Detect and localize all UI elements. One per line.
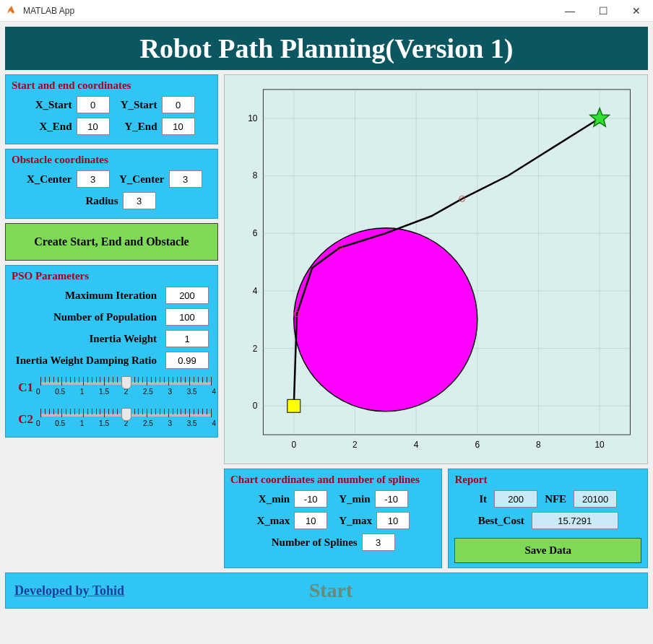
ymax-label: Y_max: [339, 515, 372, 527]
pso-title: PSO Parameters: [12, 270, 212, 282]
start-end-title: Start and end coordinates: [12, 79, 212, 92]
banner-title: Robot Path Planning(Version 1): [11, 32, 642, 64]
chart-coords-title: Chart coordinates and number of splines: [230, 474, 436, 486]
ycenter-input[interactable]: [169, 170, 202, 188]
xcenter-label: X_Center: [22, 173, 72, 186]
svg-point-25: [294, 228, 477, 412]
pso-panel: PSO Parameters Maximum Iteration Number …: [5, 265, 218, 438]
bestcost-value: 15.7291: [532, 512, 618, 529]
window-title: MATLAB App: [23, 6, 553, 16]
inertia-label: Inertia Weight: [90, 333, 157, 345]
bestcost-label: Best_Cost: [478, 515, 524, 527]
svg-text:8: 8: [536, 440, 541, 450]
radius-label: Radius: [68, 195, 118, 207]
obstacle-title: Obstacle coordinates: [12, 154, 212, 166]
xstart-label: X_Start: [29, 99, 72, 111]
titlebar: MATLAB App — ☐ ✕: [0, 0, 653, 22]
close-button[interactable]: ✕: [620, 0, 653, 22]
nfe-value: 20100: [574, 490, 617, 508]
xmax-input[interactable]: [294, 512, 327, 529]
svg-text:2: 2: [253, 344, 258, 354]
it-value: 200: [494, 490, 537, 508]
save-data-button[interactable]: Save Data: [454, 538, 641, 563]
yend-input[interactable]: [162, 118, 195, 135]
create-button[interactable]: Create Start, End and Obstacle: [5, 223, 218, 261]
npop-input[interactable]: [165, 308, 209, 326]
svg-text:4: 4: [253, 286, 258, 296]
c2-slider[interactable]: 00.511.522.533.54: [40, 406, 212, 432]
start-end-panel: Start and end coordinates X_Start Y_Star…: [5, 74, 218, 144]
ymin-label: Y_min: [339, 493, 370, 505]
svg-text:2: 2: [353, 440, 358, 450]
maxit-input[interactable]: [165, 287, 209, 304]
nfe-label: NFE: [545, 493, 566, 505]
start-button[interactable]: Start: [23, 579, 639, 602]
inertia-damp-input[interactable]: [165, 352, 209, 369]
svg-text:0: 0: [291, 440, 296, 450]
ycenter-label: Y_Center: [114, 173, 165, 186]
yend-label: Y_End: [114, 121, 157, 133]
nsplines-input[interactable]: [362, 534, 395, 551]
svg-text:6: 6: [475, 440, 480, 450]
radius-input[interactable]: [123, 192, 156, 209]
xmax-label: X_max: [256, 515, 290, 527]
svg-text:4: 4: [414, 440, 419, 450]
svg-text:10: 10: [248, 113, 258, 123]
maximize-button[interactable]: ☐: [587, 0, 620, 22]
xend-label: X_End: [29, 121, 72, 133]
svg-text:0: 0: [253, 401, 258, 411]
chart-coords-panel: Chart coordinates and number of splines …: [224, 469, 442, 568]
report-panel: Report It 200 NFE 20100 Best_Cost 15.729…: [448, 469, 648, 568]
maxit-label: Maximum Iteration: [65, 290, 157, 302]
ystart-input[interactable]: [162, 96, 195, 113]
obstacle-panel: Obstacle coordinates X_Center Y_Center R…: [5, 149, 218, 219]
banner: Robot Path Planning(Version 1): [5, 27, 648, 70]
svg-rect-29: [287, 399, 300, 412]
c1-label: C1: [12, 380, 33, 395]
nsplines-label: Number of Splines: [272, 536, 358, 549]
ystart-label: Y_Start: [114, 99, 157, 111]
npop-label: Number of Population: [53, 311, 157, 323]
matlab-icon: [6, 5, 17, 17]
inertia-damp-label: Inertia Weight Damping Ratio: [16, 354, 157, 367]
xcenter-input[interactable]: [77, 170, 110, 188]
xstart-input[interactable]: [77, 96, 110, 113]
svg-text:10: 10: [594, 440, 605, 450]
svg-text:8: 8: [253, 170, 258, 180]
c1-slider[interactable]: 00.511.522.533.54: [40, 375, 212, 401]
c2-label: C2: [12, 412, 33, 427]
xend-input[interactable]: [77, 118, 110, 135]
ymax-input[interactable]: [376, 512, 410, 529]
it-label: It: [479, 493, 487, 505]
inertia-input[interactable]: [165, 330, 209, 347]
chart-axes: 02468100246810: [224, 74, 648, 464]
report-title: Report: [454, 474, 641, 486]
minimize-button[interactable]: —: [553, 0, 587, 22]
xmin-label: X_min: [259, 493, 290, 505]
xmin-input[interactable]: [294, 490, 327, 508]
ymin-input[interactable]: [375, 490, 408, 508]
svg-text:6: 6: [253, 228, 258, 238]
footer: Developed by Tohid Start: [5, 573, 648, 609]
